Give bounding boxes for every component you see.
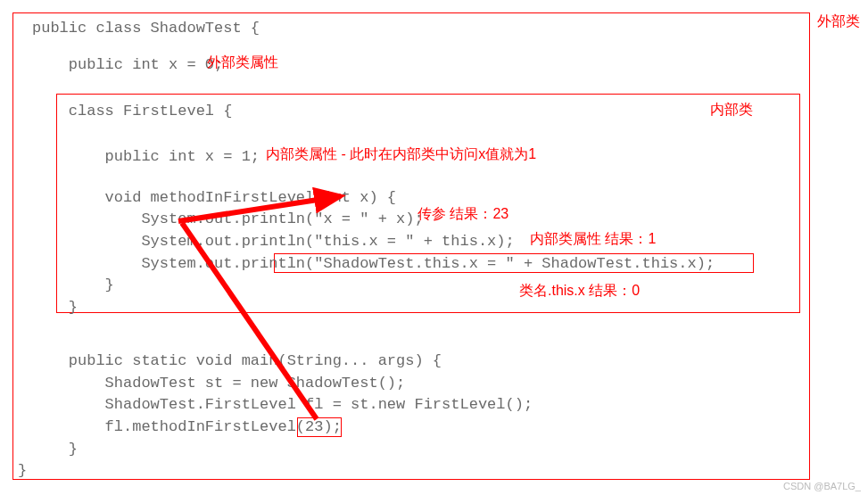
watermark: CSDN @BA7LG_ [783, 481, 861, 491]
annotation-inner-attr: 内部类属性 - 此时在内部类中访问x值就为1 [266, 145, 536, 164]
code-line-16: } [18, 462, 27, 479]
code-line-5: void methodInFirstLevel(int x) { [32, 189, 396, 206]
code-line-11: public static void main(String... args) … [32, 352, 442, 369]
code-line-15: } [32, 441, 78, 458]
annotation-pass-param: 传参 结果：23 [417, 205, 508, 224]
code-line-1: public class ShadowTest { [32, 20, 260, 37]
annotation-outer-attr: 外部类属性 [207, 54, 278, 72]
code-line-2: public int x = 0; [32, 56, 223, 73]
annotation-outer-class: 外部类 [817, 12, 860, 31]
code-line-3: class FirstLevel { [32, 103, 232, 120]
code-line-14: fl.methodInFirstLevel(23); [32, 418, 342, 435]
annotation-inner-class: 内部类 [710, 101, 753, 120]
code-line-13: ShadowTest.FirstLevel fl = st.new FirstL… [32, 396, 533, 413]
code-line-8: System.out.println("ShadowTest.this.x = … [32, 255, 715, 272]
annotation-inner-attr-result: 内部类属性 结果：1 [530, 230, 656, 249]
code-line-10: } [32, 299, 78, 316]
code-line-4: public int x = 1; [32, 148, 260, 165]
code-line-12: ShadowTest st = new ShadowTest(); [32, 375, 405, 392]
code-line-9: } [32, 276, 114, 293]
code-line-7: System.out.println("this.x = " + this.x)… [32, 233, 515, 250]
annotation-classname-this: 类名.this.x 结果：0 [519, 282, 640, 301]
code-line-6: System.out.println("x = " + x); [32, 210, 424, 227]
